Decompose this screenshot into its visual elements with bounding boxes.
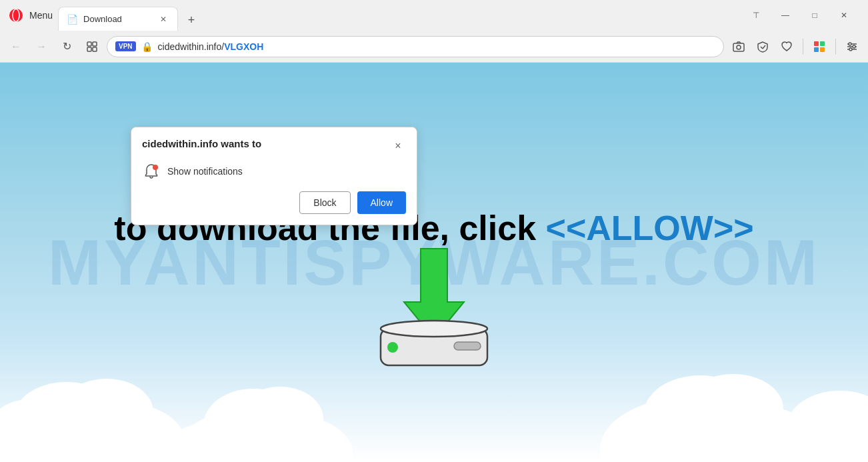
svg-point-18	[853, 45, 855, 48]
svg-point-19	[849, 48, 852, 51]
svg-point-45	[153, 165, 158, 170]
new-tab-button[interactable]: +	[181, 9, 202, 31]
svg-rect-5	[93, 47, 97, 51]
minimize-button[interactable]: —	[772, 5, 799, 26]
address-bar: ← → ↻ VPN 🔒 cidedwithin.info/VLGXOH	[0, 31, 868, 63]
settings-icon[interactable]	[841, 36, 863, 57]
block-button[interactable]: Block	[299, 191, 350, 214]
address-text: cidedwithin.info/VLGXOH	[158, 41, 715, 52]
svg-rect-12	[814, 47, 819, 52]
popup-permission: Show notifications	[142, 162, 406, 181]
download-svg	[367, 242, 501, 375]
svg-point-1	[13, 9, 19, 22]
maximize-button[interactable]: □	[801, 5, 828, 26]
address-input[interactable]: VPN 🔒 cidedwithin.info/VLGXOH	[107, 36, 724, 57]
svg-point-43	[387, 342, 398, 353]
svg-rect-4	[87, 47, 91, 51]
opera-logo	[5, 5, 27, 26]
toolbar-divider	[803, 39, 803, 55]
instruction-highlight: <<ALLOW>>	[546, 209, 754, 247]
download-graphic	[367, 242, 501, 375]
svg-rect-3	[93, 42, 97, 46]
vpn-badge: VPN	[115, 41, 136, 51]
notification-popup: cidedwithin.info wants to × Show notific…	[131, 127, 417, 225]
svg-line-9	[763, 45, 765, 49]
popup-actions: Block Allow	[142, 191, 406, 214]
lock-icon: 🔒	[141, 41, 153, 52]
tab-close-button[interactable]: ✕	[157, 13, 169, 25]
svg-point-17	[849, 43, 851, 45]
heart-icon[interactable]	[776, 36, 797, 57]
svg-rect-6	[733, 43, 744, 51]
tab-icon: 📄	[67, 14, 78, 25]
reload-button[interactable]: ↻	[56, 36, 77, 57]
permission-text: Show notifications	[167, 166, 243, 177]
tab-bar: 📄 Download ✕ +	[58, 0, 740, 31]
shield-icon[interactable]	[752, 36, 773, 57]
toolbar-divider-2	[835, 39, 836, 55]
page-content: MYANTISPYWARE.COM	[0, 63, 868, 462]
menu-label[interactable]: Menu	[29, 10, 53, 21]
tabs-button[interactable]	[81, 36, 103, 57]
popup-close-button[interactable]: ×	[390, 138, 406, 154]
svg-point-30	[237, 387, 323, 451]
active-tab[interactable]: 📄 Download ✕	[58, 7, 178, 31]
svg-rect-10	[814, 41, 819, 46]
popup-title: cidedwithin.info wants to	[142, 138, 261, 149]
url-base: cidedwithin.info/	[158, 41, 225, 52]
toolbar-icons	[728, 36, 863, 57]
svg-rect-44	[454, 342, 481, 350]
snap-button[interactable]: ⊤	[743, 5, 769, 26]
forward-button[interactable]: →	[31, 36, 52, 57]
title-bar: Menu 📄 Download ✕ + ⊤ — □ ✕	[0, 0, 868, 31]
notification-icon	[142, 162, 161, 181]
cube-icon[interactable]	[809, 36, 830, 57]
svg-rect-11	[820, 41, 825, 46]
browser-window: Menu 📄 Download ✕ + ⊤ — □ ✕ ← → ↻	[0, 0, 868, 462]
back-button[interactable]: ←	[5, 36, 27, 57]
svg-point-7	[737, 45, 741, 49]
svg-point-35	[683, 374, 783, 443]
popup-header: cidedwithin.info wants to ×	[142, 138, 406, 154]
camera-icon[interactable]	[728, 36, 749, 57]
allow-button[interactable]: Allow	[357, 191, 406, 214]
tab-title: Download	[83, 14, 152, 24]
close-button[interactable]: ✕	[831, 5, 857, 26]
window-controls: ⊤ — □ ✕	[743, 5, 863, 26]
svg-point-42	[381, 321, 487, 337]
svg-rect-2	[87, 42, 91, 46]
svg-rect-13	[820, 47, 825, 52]
url-path: VLGXOH	[224, 41, 263, 52]
